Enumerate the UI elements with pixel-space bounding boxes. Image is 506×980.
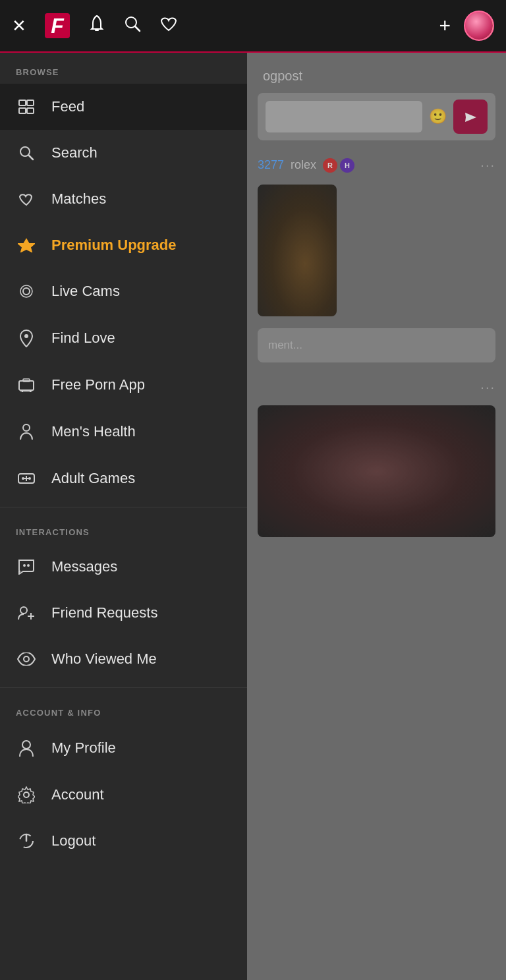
svg-point-31 xyxy=(22,741,30,749)
sidebar-premium-label: Premium Upgrade xyxy=(51,237,177,254)
badge-r: R xyxy=(323,158,337,173)
sidebar-item-findlove[interactable]: Find Love xyxy=(0,314,247,362)
post2-image-inner xyxy=(258,405,495,537)
post1-image xyxy=(258,185,337,316)
content-header: ogpost xyxy=(258,63,495,93)
bell-icon[interactable] xyxy=(88,14,105,37)
sidebar-account-label: Account xyxy=(51,786,104,803)
browse-section-label: BROWSE xyxy=(0,53,247,84)
sidebar-search-label: Search xyxy=(51,144,98,161)
svg-line-2 xyxy=(135,26,140,31)
search-icon[interactable] xyxy=(124,15,141,36)
comment-input-row: 🙂 xyxy=(258,93,495,140)
matches-icon xyxy=(16,192,37,206)
add-icon[interactable]: + xyxy=(439,14,451,37)
friendrequests-icon xyxy=(16,605,37,621)
sidebar-matches-label: Matches xyxy=(51,190,106,208)
sidebar-item-premium[interactable]: Premium Upgrade xyxy=(0,222,247,268)
svg-rect-13 xyxy=(19,381,34,390)
sidebar-livecams-label: Live Cams xyxy=(51,283,120,300)
post1-user: rolex xyxy=(291,158,316,172)
sidebar-item-freeporn[interactable]: Free Porn App xyxy=(0,362,247,408)
sidebar-item-friendrequests[interactable]: Friend Requests xyxy=(0,590,247,636)
sidebar-item-account[interactable]: Account xyxy=(0,772,247,818)
sidebar-item-messages[interactable]: Messages xyxy=(0,544,247,590)
sidebar-item-whoviewedme[interactable]: Who Viewed Me xyxy=(0,636,247,682)
svg-point-27 xyxy=(20,607,27,614)
sidebar-messages-label: Messages xyxy=(51,558,117,575)
sidebar-feed-label: Feed xyxy=(51,98,84,115)
search-nav-icon xyxy=(16,145,37,161)
sidebar-adultgames-label: Adult Games xyxy=(51,470,135,487)
menshealth-icon xyxy=(16,422,37,441)
svg-point-30 xyxy=(24,656,29,662)
avatar[interactable] xyxy=(464,11,494,41)
comment-input-box[interactable] xyxy=(266,101,422,132)
post2-meta-row: ··· xyxy=(258,374,495,400)
sidebar-item-matches[interactable]: Matches xyxy=(0,176,247,222)
sidebar-item-logout[interactable]: Logout xyxy=(0,818,247,864)
post1-more-button[interactable]: ··· xyxy=(480,158,495,173)
sidebar-item-adultgames[interactable]: Adult Games xyxy=(0,455,247,502)
premium-icon xyxy=(16,238,37,252)
sidebar-freeporn-label: Free Porn App xyxy=(51,376,145,393)
sidebar-item-livecams[interactable]: Live Cams xyxy=(0,268,247,314)
feed-icon xyxy=(16,100,37,114)
findlove-icon xyxy=(16,329,37,347)
svg-rect-4 xyxy=(19,108,26,113)
app-logo[interactable]: F xyxy=(45,13,70,38)
post2-more-button[interactable]: ··· xyxy=(480,380,495,395)
svg-point-32 xyxy=(24,792,29,797)
freeporn-icon xyxy=(16,378,37,392)
livecams-icon xyxy=(16,284,37,299)
account-section-label: ACCOUNT & INFO xyxy=(0,693,247,724)
interactions-section-label: INTERACTIONS xyxy=(0,513,247,544)
post1-badges: R H xyxy=(323,158,354,173)
post1-number: 3277 xyxy=(258,158,284,172)
sidebar-item-menshealth[interactable]: Men's Health xyxy=(0,408,247,455)
sidebar-logout-label: Logout xyxy=(51,832,96,850)
send-button[interactable] xyxy=(453,100,488,134)
account-settings-icon xyxy=(16,786,37,803)
sidebar-friendrequests-label: Friend Requests xyxy=(51,604,157,621)
svg-point-12 xyxy=(24,334,28,338)
sidebar-item-myprofile[interactable]: My Profile xyxy=(0,724,247,772)
main-layout: BROWSE Feed Search xyxy=(0,53,506,980)
topbar-right: + xyxy=(439,11,494,41)
whoviewedme-icon xyxy=(16,652,37,666)
content-area: ogpost 🙂 3277 rolex R H xyxy=(247,53,506,980)
svg-rect-3 xyxy=(19,100,26,105)
adultgames-icon xyxy=(16,471,37,486)
svg-point-26 xyxy=(27,564,30,567)
svg-point-10 xyxy=(23,288,30,295)
heart-icon[interactable] xyxy=(159,15,178,36)
emoji-button[interactable]: 🙂 xyxy=(429,108,447,125)
sidebar-item-feed[interactable]: Feed xyxy=(0,84,247,130)
badge-h: H xyxy=(340,158,354,173)
post1-meta-row: 3277 rolex R H ··· xyxy=(258,152,495,178)
messages-icon xyxy=(16,559,37,575)
close-icon[interactable]: ✕ xyxy=(12,16,26,36)
logout-icon xyxy=(16,832,37,850)
divider-account xyxy=(0,687,247,688)
sidebar-item-search[interactable]: Search xyxy=(0,130,247,176)
comment-field[interactable]: ment... xyxy=(258,328,495,362)
post2-image xyxy=(258,405,495,537)
sidebar-menshealth-label: Men's Health xyxy=(51,423,136,440)
sidebar-myprofile-label: My Profile xyxy=(51,739,116,757)
svg-point-11 xyxy=(20,285,32,297)
svg-point-25 xyxy=(23,564,26,567)
divider-interactions xyxy=(0,507,247,507)
topbar: ✕ F + xyxy=(0,0,506,53)
svg-line-8 xyxy=(29,156,34,160)
sidebar-findlove-label: Find Love xyxy=(51,330,115,347)
sidebar-whoviewedme-label: Who Viewed Me xyxy=(51,650,157,668)
svg-rect-5 xyxy=(27,100,34,105)
svg-rect-6 xyxy=(27,108,34,113)
post1-image-inner xyxy=(258,185,337,316)
comment-placeholder: ment... xyxy=(268,339,302,352)
sidebar: BROWSE Feed Search xyxy=(0,53,247,980)
svg-point-18 xyxy=(23,424,30,431)
svg-marker-9 xyxy=(18,239,34,252)
topbar-left: ✕ F xyxy=(12,13,178,38)
